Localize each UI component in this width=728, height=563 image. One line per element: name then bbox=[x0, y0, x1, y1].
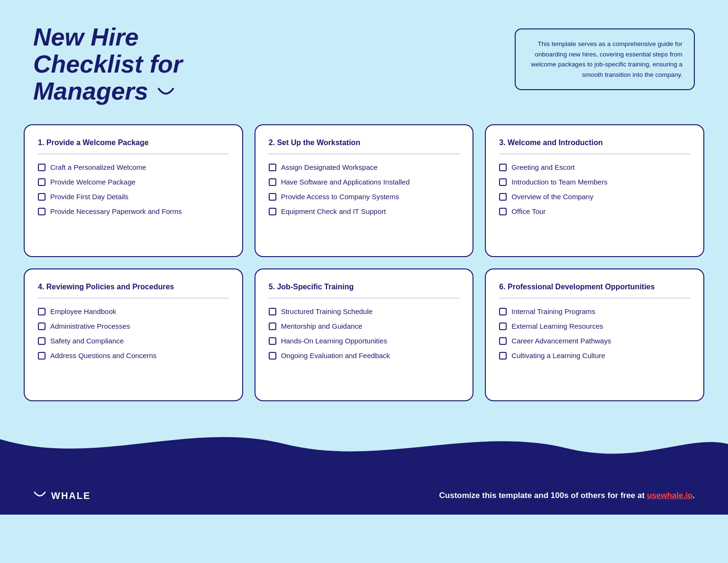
checkbox-icon[interactable] bbox=[499, 208, 507, 215]
card-6-list: Internal Training ProgramsExternal Learn… bbox=[499, 307, 690, 361]
footer-logo: WHALE bbox=[33, 490, 91, 501]
list-item[interactable]: Employee Handbook bbox=[38, 307, 229, 316]
checkbox-icon[interactable] bbox=[499, 308, 507, 315]
header: New Hire Checklist for Managers This tem… bbox=[0, 0, 728, 120]
card-4-list: Employee HandbookAdministrative Processe… bbox=[38, 307, 229, 361]
list-item[interactable]: Ongoing Evaluation and Feedback bbox=[269, 351, 460, 360]
list-item-label: Employee Handbook bbox=[50, 307, 116, 316]
list-item[interactable]: Provide Necessary Paperwork and Forms bbox=[38, 207, 229, 216]
list-item[interactable]: Greeting and Escort bbox=[499, 163, 690, 172]
card-4-divider bbox=[38, 298, 229, 298]
card-6-divider bbox=[499, 298, 690, 298]
checkbox-icon[interactable] bbox=[269, 308, 276, 315]
checkbox-icon[interactable] bbox=[499, 178, 507, 186]
list-item-label: Greeting and Escort bbox=[511, 163, 574, 172]
card-1: 1. Provide a Welcome PackageCraft a Pers… bbox=[24, 124, 243, 257]
checkbox-icon[interactable] bbox=[269, 352, 276, 360]
list-item-label: Administrative Processes bbox=[50, 322, 130, 331]
list-item[interactable]: External Learning Resources bbox=[499, 322, 690, 331]
list-item-label: Address Questions and Concerns bbox=[50, 351, 156, 360]
list-item[interactable]: Provide Access to Company Systems bbox=[269, 192, 460, 202]
list-item-label: Craft a Personalized Welcome bbox=[50, 163, 146, 172]
checkbox-icon[interactable] bbox=[499, 323, 507, 330]
description-box: This template serves as a comprehensive … bbox=[515, 28, 695, 90]
checkbox-icon[interactable] bbox=[499, 337, 507, 345]
list-item-label: Have Software and Applications Installed bbox=[281, 177, 410, 187]
list-item[interactable]: Hands-On Learning Opportunities bbox=[269, 336, 460, 346]
checkbox-icon[interactable] bbox=[38, 193, 46, 201]
list-item-label: Hands-On Learning Opportunities bbox=[281, 336, 387, 346]
list-item[interactable]: Office Tour bbox=[499, 207, 690, 216]
checkbox-icon[interactable] bbox=[38, 178, 46, 186]
card-4-title: 4. Reviewing Policies and Procedures bbox=[38, 283, 229, 291]
list-item[interactable]: Mentorship and Guidance bbox=[269, 322, 460, 331]
checkbox-icon[interactable] bbox=[499, 193, 507, 201]
list-item[interactable]: Overview of the Company bbox=[499, 192, 690, 202]
list-item[interactable]: Address Questions and Concerns bbox=[38, 351, 229, 360]
description-text: This template serves as a comprehensive … bbox=[527, 39, 682, 80]
checkbox-icon[interactable] bbox=[499, 164, 507, 171]
card-6-title: 6. Professional Development Opportunitie… bbox=[499, 283, 690, 291]
list-item-label: Provide Welcome Package bbox=[50, 177, 136, 187]
checkbox-icon[interactable] bbox=[269, 164, 276, 171]
card-5-list: Structured Training ScheduleMentorship a… bbox=[269, 307, 460, 361]
list-item[interactable]: Structured Training Schedule bbox=[269, 307, 460, 316]
list-item[interactable]: Administrative Processes bbox=[38, 322, 229, 331]
checkbox-icon[interactable] bbox=[269, 178, 276, 186]
smile-icon-title bbox=[155, 78, 175, 105]
list-item[interactable]: Equipment Check and IT Support bbox=[269, 207, 460, 216]
card-5-title: 5. Job-Specific Training bbox=[269, 283, 460, 291]
list-item-label: Safety and Compliance bbox=[50, 336, 124, 346]
page-title: New Hire Checklist for Managers bbox=[33, 24, 182, 105]
main-background: New Hire Checklist for Managers This tem… bbox=[0, 0, 728, 563]
list-item-label: Internal Training Programs bbox=[511, 307, 595, 316]
card-1-list: Craft a Personalized WelcomeProvide Welc… bbox=[38, 163, 229, 217]
footer-cta: Customize this template and 100s of othe… bbox=[439, 491, 695, 500]
title-block: New Hire Checklist for Managers bbox=[33, 24, 182, 105]
list-item[interactable]: Provide First Day Details bbox=[38, 192, 229, 202]
checkbox-icon[interactable] bbox=[38, 308, 46, 315]
checkbox-icon[interactable] bbox=[38, 337, 46, 345]
list-item[interactable]: Craft a Personalized Welcome bbox=[38, 163, 229, 172]
list-item-label: Mentorship and Guidance bbox=[281, 322, 363, 331]
checkbox-icon[interactable] bbox=[269, 193, 276, 201]
list-item-label: Office Tour bbox=[511, 207, 546, 216]
list-item-label: Career Advancement Pathways bbox=[511, 336, 611, 346]
checkbox-icon[interactable] bbox=[269, 323, 276, 330]
list-item[interactable]: Safety and Compliance bbox=[38, 336, 229, 346]
card-6: 6. Professional Development Opportunitie… bbox=[485, 268, 704, 401]
list-item[interactable]: Have Software and Applications Installed bbox=[269, 177, 460, 187]
list-item-label: Cultivating a Learning Culture bbox=[511, 351, 605, 360]
list-item[interactable]: Assign Designated Workspace bbox=[269, 163, 460, 172]
checklist-grid: 1. Provide a Welcome PackageCraft a Pers… bbox=[0, 124, 728, 415]
list-item-label: Ongoing Evaluation and Feedback bbox=[281, 351, 390, 360]
card-3-title: 3. Welcome and Introduction bbox=[499, 138, 690, 147]
list-item[interactable]: Cultivating a Learning Culture bbox=[499, 351, 690, 360]
checkbox-icon[interactable] bbox=[38, 352, 46, 360]
card-4: 4. Reviewing Policies and ProceduresEmpl… bbox=[24, 268, 243, 401]
footer-link[interactable]: usewhale.io bbox=[647, 491, 692, 500]
card-1-title: 1. Provide a Welcome Package bbox=[38, 138, 229, 147]
checkbox-icon[interactable] bbox=[38, 208, 46, 215]
wave-section: WHALE Customize this template and 100s o… bbox=[0, 420, 728, 515]
checkbox-icon[interactable] bbox=[38, 164, 46, 171]
list-item[interactable]: Internal Training Programs bbox=[499, 307, 690, 316]
card-5-divider bbox=[269, 298, 460, 298]
list-item[interactable]: Introduction to Team Members bbox=[499, 177, 690, 187]
footer-logo-text: WHALE bbox=[51, 490, 91, 501]
list-item-label: Provide Necessary Paperwork and Forms bbox=[50, 207, 182, 216]
checkbox-icon[interactable] bbox=[269, 208, 276, 215]
list-item-label: Assign Designated Workspace bbox=[281, 163, 378, 172]
list-item[interactable]: Career Advancement Pathways bbox=[499, 336, 690, 346]
list-item[interactable]: Provide Welcome Package bbox=[38, 177, 229, 187]
checkbox-icon[interactable] bbox=[269, 337, 276, 345]
checkbox-icon[interactable] bbox=[499, 352, 507, 360]
card-3-list: Greeting and EscortIntroduction to Team … bbox=[499, 163, 690, 217]
card-2: 2. Set Up the WorkstationAssign Designat… bbox=[255, 124, 474, 257]
list-item-label: Overview of the Company bbox=[511, 192, 593, 202]
card-5: 5. Job-Specific TrainingStructured Train… bbox=[255, 268, 474, 401]
checkbox-icon[interactable] bbox=[38, 323, 46, 330]
card-1-divider bbox=[38, 154, 229, 154]
list-item-label: Equipment Check and IT Support bbox=[281, 207, 386, 216]
list-item-label: External Learning Resources bbox=[511, 322, 603, 331]
